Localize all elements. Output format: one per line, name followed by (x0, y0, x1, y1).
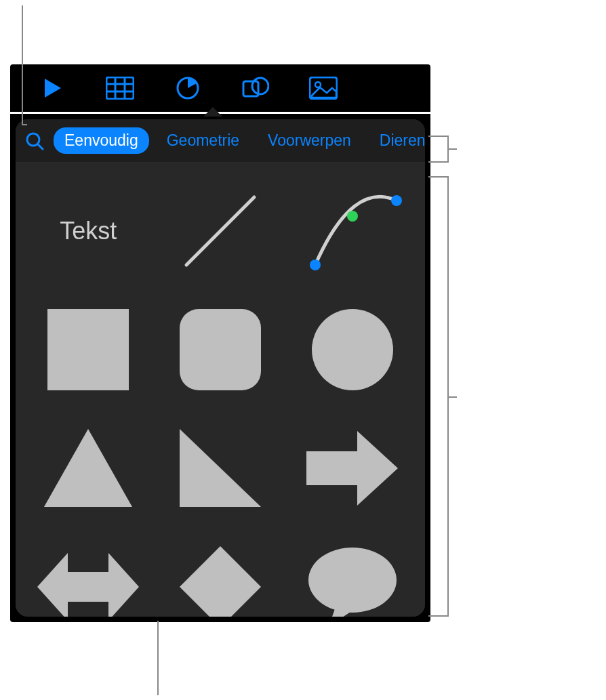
play-icon[interactable] (37, 75, 67, 102)
svg-rect-17 (180, 309, 261, 390)
callout-line (428, 615, 449, 617)
callout-line (428, 136, 449, 137)
svg-point-18 (312, 309, 393, 390)
media-icon[interactable] (308, 75, 338, 102)
callout-line (428, 176, 449, 178)
tab-dieren[interactable]: Dieren (369, 127, 425, 154)
callout-line (428, 161, 449, 163)
shape-line[interactable] (168, 175, 273, 287)
svg-rect-0 (106, 77, 134, 99)
callout-line (22, 124, 27, 125)
svg-point-7 (252, 78, 268, 94)
chart-icon[interactable] (173, 75, 203, 102)
shape-square[interactable] (36, 293, 141, 405)
tab-eenvoudig[interactable]: Eenvoudig (54, 127, 149, 154)
search-icon[interactable] (22, 129, 47, 153)
shapes-popover: Eenvoudig Geometrie Voorwerpen Dieren Te… (16, 119, 425, 617)
svg-point-15 (347, 211, 358, 222)
shape-text[interactable]: Tekst (36, 175, 141, 287)
table-icon[interactable] (105, 75, 135, 102)
popover-pointer (203, 107, 222, 117)
shape-icon[interactable] (241, 75, 270, 102)
shape-triangle[interactable] (36, 412, 141, 524)
callout-line (157, 621, 159, 695)
svg-line-11 (38, 144, 43, 149)
shape-circle[interactable] (300, 293, 405, 405)
shape-speech-bubble[interactable] (300, 531, 405, 617)
shape-right-triangle[interactable] (168, 412, 273, 524)
shape-double-arrow[interactable] (36, 531, 141, 617)
shapes-grid: Tekst (16, 163, 425, 617)
tab-geometrie[interactable]: Geometrie (156, 127, 250, 154)
shape-rounded-square[interactable] (168, 293, 273, 405)
shape-diamond[interactable] (168, 531, 273, 617)
svg-point-19 (308, 548, 397, 613)
svg-point-13 (310, 260, 321, 270)
text-shape-label: Tekst (60, 217, 117, 245)
svg-rect-16 (47, 309, 129, 390)
popover-container: Eenvoudig Geometrie Voorwerpen Dieren Te… (10, 114, 430, 622)
category-tabs: Eenvoudig Geometrie Voorwerpen Dieren (16, 119, 425, 163)
callout-line (22, 5, 23, 124)
tab-voorwerpen[interactable]: Voorwerpen (257, 127, 362, 154)
svg-line-12 (186, 197, 254, 265)
toolbar (10, 64, 430, 112)
callout-line (447, 396, 457, 398)
shape-curve[interactable] (300, 175, 405, 287)
shape-arrow-right[interactable] (300, 412, 405, 524)
callout-line (447, 148, 457, 150)
svg-point-14 (391, 195, 402, 206)
